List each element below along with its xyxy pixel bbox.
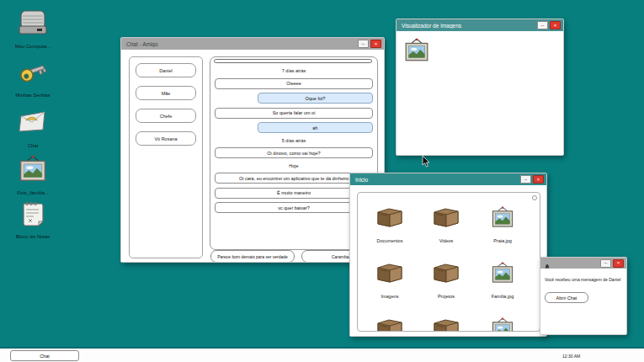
desktop-icon-label: Foto_familia... — [17, 190, 49, 195]
viewer-minimize-button[interactable]: – — [537, 21, 548, 29]
bell-icon — [544, 259, 551, 267]
file-item[interactable]: Projetos — [416, 262, 476, 299]
picture-icon — [489, 262, 516, 288]
file-item-label: Videos — [439, 238, 454, 243]
notification-message: Você recebeu uma mensagem de Daniel — [545, 277, 624, 282]
chat-minimize-button[interactable]: – — [358, 40, 369, 48]
message-in: So queria falar um oi — [215, 108, 373, 119]
desktop: Meu Computa... Minhas Senhas Chat Foto_f… — [0, 0, 644, 362]
key-icon — [18, 57, 48, 86]
folder-icon — [376, 206, 403, 232]
desktop-icon-my-computer[interactable]: Meu Computa... — [2, 8, 64, 57]
files-panel: Documentos Videos Praia.jpg Imagens Proj… — [357, 192, 540, 332]
file-item[interactable]: Videos — [416, 206, 476, 243]
message-out: Oque foi? — [258, 93, 373, 104]
inicio-close-button[interactable]: × — [533, 175, 544, 184]
file-item[interactable]: Familia.jpg — [472, 262, 533, 299]
desktop-icon-label: Chat — [28, 143, 39, 148]
taskbar-clock: 12:30 AM — [562, 354, 580, 359]
image-viewer-title: Visualizador de Imagens — [402, 23, 537, 29]
taskbar: Chat 12:30 AM — [0, 347, 644, 362]
picture-icon — [18, 155, 48, 184]
scroll-indicator[interactable] — [532, 195, 537, 200]
taskbar-chat-button[interactable]: Chat — [10, 350, 79, 361]
chat-window-title: Chat - Amigo — [126, 41, 358, 47]
file-item[interactable]: Imagens — [359, 262, 420, 299]
desktop-icon-notes[interactable]: Bloco de Notas — [2, 199, 64, 248]
harddrive-icon — [18, 8, 48, 37]
file-item-label: Projetos — [438, 294, 455, 299]
open-chat-button[interactable]: Abrir Chat — [545, 292, 588, 303]
chat-window: Chat - Amigo – × DanielMãeChefeVó Rosana… — [120, 37, 385, 263]
desktop-icon-label: Bloco de Notas — [16, 234, 51, 239]
folder-icon — [433, 206, 460, 232]
chat-close-button[interactable]: × — [370, 40, 381, 48]
file-item[interactable]: Praia.jpg — [472, 206, 533, 243]
file-item-label: Praia.jpg — [493, 238, 512, 243]
folder-icon — [433, 317, 460, 332]
desktop-icon-label: Meu Computa... — [15, 44, 51, 49]
message-in: Oi dinovo, como vai hoje? — [215, 147, 373, 158]
file-item[interactable] — [359, 317, 420, 332]
notepad-icon — [18, 199, 48, 227]
desktop-icon-passwords[interactable]: Minhas Senhas — [2, 57, 64, 106]
desktop-icon-label: Minhas Senhas — [15, 93, 50, 98]
viewer-close-button[interactable]: × — [550, 21, 561, 29]
file-item[interactable] — [472, 317, 533, 332]
contact-button-1[interactable]: Daniel — [136, 63, 196, 77]
notification-close-button[interactable]: × — [613, 259, 624, 268]
notification-minimize-button[interactable]: – — [600, 259, 611, 268]
chat-window-titlebar[interactable]: Chat - Amigo – × — [121, 38, 384, 50]
cursor-icon — [422, 156, 430, 168]
desktop-icon-chat[interactable]: Chat — [2, 108, 64, 157]
file-item-label: Documentos — [377, 238, 403, 243]
date-separator: 5 dias atrás — [215, 137, 373, 144]
date-separator: Hoje — [215, 162, 373, 169]
inicio-window: Inicio – × Documentos Videos Praia.jpg I… — [349, 173, 547, 337]
folder-icon — [376, 262, 403, 288]
mail-icon — [18, 108, 48, 136]
reply-option-button[interactable]: Parece bom demais para ser verdade — [210, 250, 295, 262]
inicio-titlebar[interactable]: Inicio – × — [350, 173, 546, 185]
file-item[interactable] — [416, 317, 476, 332]
image-viewer-window: Visualizador de Imagens – × — [396, 19, 564, 156]
contact-button-3[interactable]: Chefe — [136, 109, 196, 123]
message-out: ah — [258, 122, 373, 133]
inicio-minimize-button[interactable]: – — [520, 175, 531, 184]
notification-window: – × Você recebeu uma mensagem de Daniel … — [540, 257, 627, 335]
folder-icon — [433, 262, 460, 288]
folder-icon — [376, 317, 403, 332]
contact-button-4[interactable]: Vó Rosana — [136, 131, 196, 146]
chat-contacts-panel: DanielMãeChefeVó Rosana — [129, 56, 203, 258]
date-separator: 7 dias atrás — [215, 67, 373, 74]
picture-icon — [489, 317, 516, 332]
desktop-icon-family-photo[interactable]: Foto_familia... — [2, 155, 64, 204]
notification-titlebar[interactable]: – × — [540, 258, 626, 269]
image-viewer-titlebar[interactable]: Visualizador de Imagens – × — [397, 19, 563, 31]
picture-icon[interactable] — [403, 38, 430, 63]
scrollbar-thumb[interactable] — [214, 59, 372, 63]
message-in: Oieeee — [215, 78, 373, 89]
file-item-label: Imagens — [381, 294, 398, 299]
picture-icon — [489, 206, 516, 232]
inicio-title: Inicio — [355, 177, 520, 183]
file-item-label: Familia.jpg — [492, 294, 514, 299]
file-item[interactable]: Documentos — [359, 206, 420, 243]
contact-button-2[interactable]: Mãe — [136, 86, 196, 100]
